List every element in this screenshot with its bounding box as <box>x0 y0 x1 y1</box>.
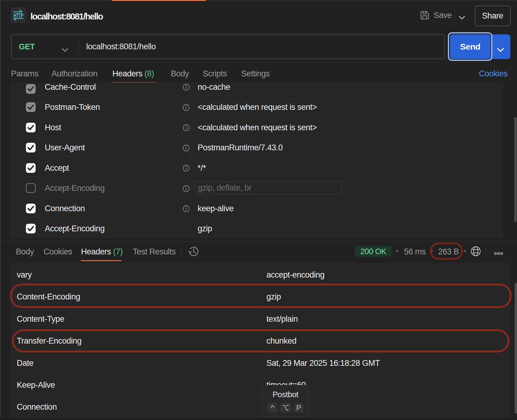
svg-text:HTTP: HTTP <box>14 12 23 19</box>
